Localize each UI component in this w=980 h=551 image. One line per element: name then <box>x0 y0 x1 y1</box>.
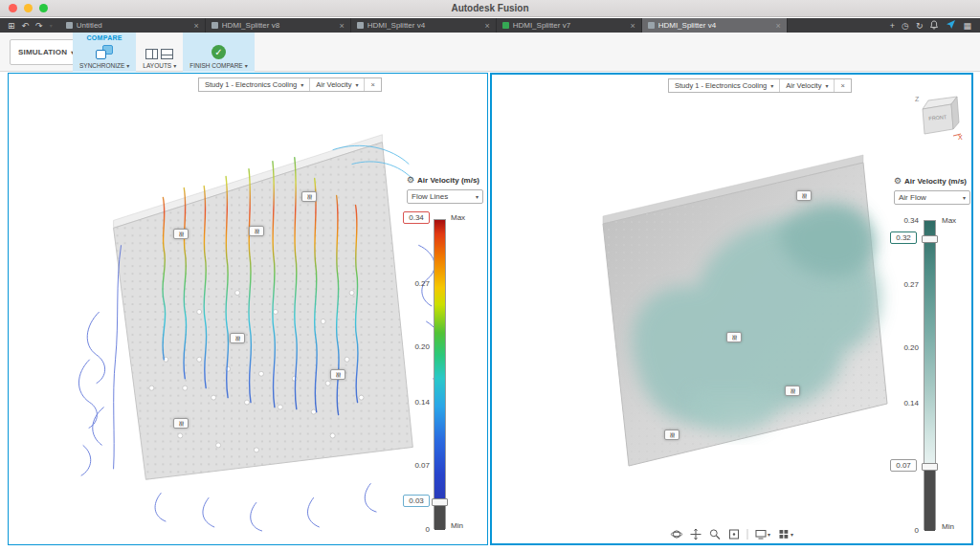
heat-source-badge[interactable]: ≋ <box>173 418 189 429</box>
min-label: Min <box>942 522 954 531</box>
document-icon <box>357 22 364 29</box>
close-window-button[interactable] <box>9 4 17 12</box>
zoom-icon[interactable] <box>706 528 723 540</box>
tab-close-icon[interactable]: × <box>339 21 344 31</box>
tick-label: 0.27 <box>882 280 919 289</box>
navbar-divider <box>746 529 747 540</box>
tabbar-right-icons: + ◷ ↻ ▦ <box>881 18 980 33</box>
heat-source-badge[interactable]: ≋ <box>785 386 800 396</box>
threshold-value-box[interactable]: 0.07 <box>890 459 917 472</box>
heat-source-badge[interactable]: ≋ <box>796 190 812 201</box>
pan-icon[interactable] <box>687 528 703 540</box>
notifications-icon[interactable] <box>929 20 939 32</box>
heat-source-badge[interactable]: ≋ <box>330 369 345 380</box>
colorbar-below-threshold <box>924 467 935 531</box>
chevron-down-icon: ▾ <box>126 62 129 69</box>
tab-close-icon[interactable]: × <box>775 21 780 31</box>
chevron-down-icon: ▾ <box>173 62 176 69</box>
tab-close-icon[interactable]: × <box>193 21 198 31</box>
result-select[interactable]: Air Velocity ▾ <box>310 78 365 91</box>
chevron-down-icon: ▾ <box>245 62 248 69</box>
max-value-label: 0.34 <box>882 216 919 225</box>
viewport-close-icon[interactable]: × <box>835 79 850 92</box>
min-label: Min <box>451 521 463 530</box>
legend-header: ⚙ Air Velocity (m/s) <box>407 175 488 185</box>
window-title: Autodesk Fusion <box>451 3 528 13</box>
threshold-slider-handle[interactable] <box>432 498 448 506</box>
legend-right: ⚙ Air Velocity (m/s) Air Flow ▾ 0.34 Max… <box>882 176 973 541</box>
colorbar-gradient <box>924 221 935 467</box>
tab-untitled[interactable]: Untitled × <box>60 18 206 33</box>
viewport-navigation-bar: ▾ ▾ <box>668 528 795 540</box>
max-label: Max <box>942 216 956 225</box>
study-select[interactable]: Study 1 - Electronics Cooling ▾ <box>669 79 780 92</box>
tick-label: 0.27 <box>395 279 430 288</box>
viewport-header-left: Study 1 - Electronics Cooling ▾ Air Velo… <box>198 77 382 92</box>
fit-view-icon[interactable] <box>725 528 742 540</box>
document-icon <box>502 22 509 29</box>
tick-label: 0.14 <box>395 398 430 407</box>
workspace-selector[interactable]: SIMULATION ▾ <box>10 39 82 65</box>
chevron-down-icon: ▾ <box>301 81 303 88</box>
redo-chevron-down-icon[interactable]: ▾ <box>50 22 53 29</box>
threshold-slider-handle[interactable] <box>922 463 938 471</box>
heat-source-badge[interactable]: ≋ <box>664 430 679 440</box>
chevron-down-icon: ▾ <box>768 531 770 538</box>
layouts-button[interactable]: LAYOUTS▾ <box>136 33 183 72</box>
main-toolbar: SIMULATION ▾ COMPARE SYNCHRONIZE▾ LAYOUT… <box>0 33 980 72</box>
heat-source-badge[interactable]: ≋ <box>173 229 189 239</box>
compare-panel: COMPARE SYNCHRONIZE▾ LAYOUTS▾ ✓ FINISH C… <box>73 33 255 72</box>
tab-hdmi-splitter-v7[interactable]: HDMI_Splitter v7 × <box>497 18 642 33</box>
undo-icon[interactable]: ↶ <box>22 21 30 31</box>
finish-compare-button[interactable]: ✓ FINISH COMPARE▾ <box>183 33 255 72</box>
view-cube[interactable]: FRONT Z X <box>911 90 965 143</box>
heat-source-badge[interactable]: ≋ <box>249 226 264 236</box>
new-tab-icon[interactable]: + <box>890 21 895 31</box>
heat-source-badge[interactable]: ≋ <box>726 332 742 342</box>
finish-check-icon: ✓ <box>212 45 226 59</box>
document-icon <box>648 22 655 29</box>
viewport-right[interactable]: ≋ ≋ ≋ ≋ Study 1 - Electronics Cooling ▾ … <box>490 73 973 545</box>
zero-label: 0 <box>395 525 430 534</box>
tick-label: 0.20 <box>395 342 430 351</box>
legend-settings-gear-icon[interactable]: ⚙ <box>407 175 414 185</box>
heat-source-badge[interactable]: ≋ <box>230 333 245 343</box>
display-mode-select[interactable]: Air Flow ▾ <box>894 190 970 205</box>
redo-icon[interactable]: ↷ <box>35 21 43 31</box>
colorbar-below-threshold <box>434 502 445 530</box>
history-clock-icon[interactable]: ◷ <box>902 21 909 31</box>
grid-settings-icon[interactable]: ▾ <box>775 528 795 540</box>
tab-hdmi-splitter-v4-active[interactable]: HDMI_Splitter v4 × <box>642 18 788 33</box>
max-value-box[interactable]: 0.34 <box>403 211 430 224</box>
orbit-icon[interactable] <box>668 528 684 540</box>
colorbar-gradient <box>434 220 445 502</box>
upper-slider-handle[interactable] <box>922 235 938 243</box>
threshold-value-box[interactable]: 0.03 <box>403 495 430 507</box>
chevron-down-icon: ▾ <box>963 194 966 201</box>
layouts-icon <box>145 49 173 59</box>
legend-colorbar[interactable] <box>434 219 446 529</box>
study-select[interactable]: Study 1 - Electronics Cooling ▾ <box>199 78 310 91</box>
viewcube-x-label: X <box>958 134 963 141</box>
tab-hdmi-splitter-v4[interactable]: HDMI_Splitter v4 × <box>351 18 497 33</box>
tab-hdmi-splitter-v8[interactable]: HDMI_Splitter v8 × <box>206 18 351 33</box>
legend-header: ⚙ Air Velocity (m/s) <box>894 176 973 186</box>
result-select[interactable]: Air Velocity ▾ <box>780 79 835 92</box>
display-settings-icon[interactable]: ▾ <box>752 528 772 540</box>
apps-grid-icon[interactable]: ⊞ <box>8 21 15 31</box>
viewport-left[interactable]: ≋ ≋ ≋ ≋ ≋ ≋ Study 1 - Electronics Coolin… <box>8 73 488 545</box>
synchronize-button[interactable]: COMPARE SYNCHRONIZE▾ <box>73 33 136 72</box>
tab-close-icon[interactable]: × <box>484 21 489 31</box>
refresh-icon[interactable]: ↻ <box>916 21 924 31</box>
job-status-plane-icon[interactable] <box>946 19 956 32</box>
tab-close-icon[interactable]: × <box>630 21 635 31</box>
heat-source-badge[interactable]: ≋ <box>301 191 317 202</box>
minimize-window-button[interactable] <box>24 4 33 12</box>
legend-settings-gear-icon[interactable]: ⚙ <box>894 176 902 186</box>
legend-colorbar[interactable] <box>924 220 936 530</box>
display-mode-select[interactable]: Flow Lines ▾ <box>407 189 483 204</box>
layout-grid-icon[interactable]: ▦ <box>963 21 971 31</box>
upper-value-box[interactable]: 0.32 <box>890 231 917 244</box>
viewport-close-icon[interactable]: × <box>365 78 380 91</box>
maximize-window-button[interactable] <box>39 4 48 12</box>
